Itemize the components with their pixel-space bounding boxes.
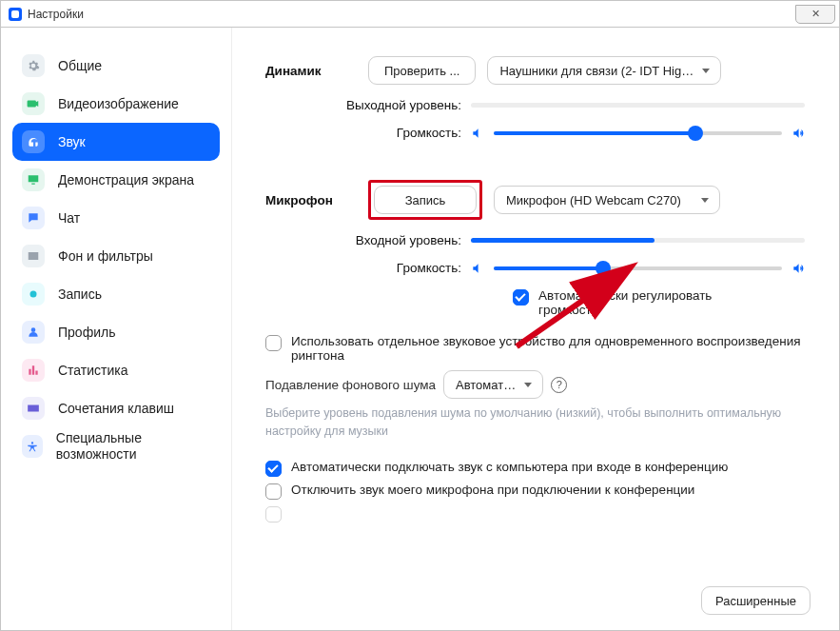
window-title: Настройки [28, 8, 84, 21]
separate-device-row: Использовать отдельное звуковое устройст… [265, 334, 805, 363]
autojoin-label: Автоматически подключать звук с компьюте… [291, 460, 805, 474]
headphones-icon [22, 130, 45, 153]
mic-autogain-row: Автоматически регулировать громкость [513, 288, 760, 317]
mic-input-meter [471, 238, 805, 243]
sidebar-item-label: Запись [58, 286, 102, 303]
volume-high-icon [791, 262, 805, 275]
sidebar-item-shortcuts[interactable]: Сочетания клавиш [12, 389, 220, 427]
settings-window: Общие Видеоизображение Звук Демонстрация… [0, 27, 840, 631]
sidebar-item-label: Специальные возможности [56, 430, 210, 463]
sidebar-item-label: Демонстрация экрана [58, 172, 194, 188]
speaker-volume-label: Громкость: [265, 126, 471, 140]
volume-low-icon [471, 262, 484, 275]
speaker-heading: Динамик [265, 64, 368, 78]
mic-device-select[interactable]: Микрофон (HD Webcam C270) [494, 186, 720, 214]
sidebar-item-recording[interactable]: Запись [12, 275, 220, 313]
annotation-highlight-box: Запись [368, 180, 482, 220]
sidebar: Общие Видеоизображение Звук Демонстрация… [1, 28, 231, 630]
sidebar-item-accessibility[interactable]: Специальные возможности [12, 427, 220, 465]
titlebar: Настройки ✕ [0, 0, 840, 27]
sidebar-item-general[interactable]: Общие [12, 47, 220, 85]
separate-device-label: Использовать отдельное звуковое устройст… [291, 334, 805, 363]
mute-on-join-checkbox[interactable] [265, 483, 282, 500]
sidebar-item-profile[interactable]: Профиль [12, 313, 220, 351]
mic-volume-row: Громкость: [265, 261, 805, 275]
footer: Расширенные [701, 586, 811, 615]
volume-high-icon [791, 127, 805, 140]
mic-record-button[interactable]: Запись [374, 186, 477, 214]
profile-icon [22, 321, 45, 344]
sidebar-item-label: Фон и фильтры [58, 248, 153, 265]
help-icon[interactable]: ? [551, 377, 567, 393]
camera-icon [22, 92, 45, 115]
sidebar-item-audio[interactable]: Звук [12, 123, 220, 161]
sidebar-item-label: Статистика [58, 363, 128, 379]
record-icon [22, 283, 45, 306]
mic-row: Микрофон Запись Микрофон (HD Webcam C270… [265, 180, 805, 220]
app-icon [9, 8, 22, 21]
sidebar-item-label: Видеоизображение [58, 96, 179, 112]
volume-low-icon [471, 127, 484, 140]
mic-input-label: Входной уровень: [265, 233, 471, 247]
sidebar-item-video[interactable]: Видеоизображение [12, 85, 220, 123]
autojoin-checkbox[interactable] [265, 461, 282, 477]
autojoin-row: Автоматически подключать звук с компьюте… [265, 460, 805, 477]
noise-hint: Выберите уровень подавления шума по умол… [265, 404, 805, 441]
sidebar-item-label: Звук [58, 134, 86, 150]
keyboard-icon [22, 397, 45, 420]
gear-icon [22, 54, 45, 77]
sidebar-item-label: Общие [58, 58, 102, 74]
speaker-output-label: Выходной уровень: [265, 98, 471, 112]
chat-icon [22, 207, 45, 229]
sidebar-item-share[interactable]: Демонстрация экрана [12, 161, 220, 199]
mic-input-fill [471, 238, 654, 243]
sidebar-item-label: Сочетания клавиш [58, 401, 174, 417]
noise-select[interactable]: Автомат… [443, 370, 543, 399]
mic-volume-slider[interactable] [494, 266, 782, 270]
truncated-checkbox[interactable] [265, 506, 282, 523]
share-screen-icon [22, 168, 45, 191]
window-close-button[interactable]: ✕ [795, 5, 835, 24]
speaker-device-select[interactable]: Наушники для связи (2- IDT Hig… [487, 56, 721, 85]
speaker-volume-slider[interactable] [494, 131, 782, 135]
sidebar-item-label: Профиль [58, 325, 115, 341]
mic-input-row: Входной уровень: [265, 233, 805, 247]
close-icon: ✕ [811, 8, 820, 20]
sidebar-item-background[interactable]: Фон и фильтры [12, 237, 220, 275]
mute-on-join-row: Отключить звук моего микрофона при подкл… [265, 483, 805, 500]
speaker-test-button[interactable]: Проверить ... [368, 56, 476, 85]
noise-row: Подавление фонового шума Автомат… ? [265, 370, 805, 399]
mic-autogain-checkbox[interactable] [513, 289, 529, 306]
accessibility-icon [22, 435, 43, 458]
speaker-output-row: Выходной уровень: [265, 98, 805, 112]
speaker-output-meter [471, 103, 805, 108]
speaker-row: Динамик Проверить ... Наушники для связи… [265, 56, 805, 85]
mic-volume-label: Громкость: [265, 261, 471, 275]
mute-on-join-label: Отключить звук моего микрофона при подкл… [291, 483, 805, 497]
audio-settings-panel: Динамик Проверить ... Наушники для связи… [231, 28, 839, 630]
noise-label: Подавление фонового шума [265, 378, 436, 392]
mic-autogain-label: Автоматически регулировать громкость [538, 288, 760, 317]
stats-icon [22, 359, 45, 382]
separate-device-checkbox[interactable] [265, 335, 282, 351]
background-icon [22, 245, 45, 267]
mic-heading: Микрофон [265, 193, 368, 207]
svg-point-0 [30, 291, 37, 298]
advanced-button[interactable]: Расширенные [701, 586, 811, 615]
truncated-row [265, 505, 805, 523]
sidebar-item-label: Чат [58, 210, 80, 227]
sidebar-item-chat[interactable]: Чат [12, 199, 220, 237]
sidebar-item-stats[interactable]: Статистика [12, 351, 220, 389]
speaker-volume-row: Громкость: [265, 126, 805, 140]
